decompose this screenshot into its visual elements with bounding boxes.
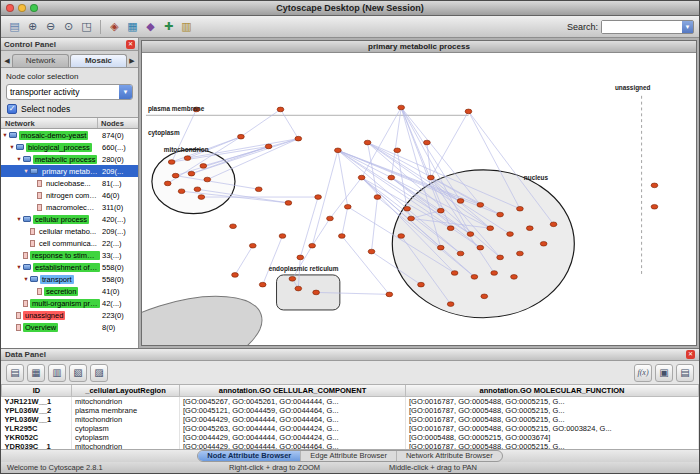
expand-arrow-icon[interactable]: ▼ xyxy=(15,156,23,162)
table-row[interactable]: YPL036W__1mitochondrion[GO:0044429, GO:0… xyxy=(2,415,699,424)
delete-attribute-icon[interactable]: ▨ xyxy=(90,364,108,382)
expand-arrow-icon[interactable]: ▼ xyxy=(15,216,23,222)
tree-row[interactable]: nitrogen compo...46(0) xyxy=(1,189,138,201)
search-dropdown-icon[interactable]: ▼ xyxy=(682,21,693,33)
expand-arrow-icon[interactable]: ▼ xyxy=(1,132,9,138)
tree-row[interactable]: Overview8(0) xyxy=(1,321,138,333)
network-node[interactable] xyxy=(259,282,266,287)
network-node[interactable] xyxy=(204,177,211,182)
network-node[interactable] xyxy=(651,183,658,188)
network-node[interactable] xyxy=(338,234,345,239)
table-row[interactable]: YKR052Ccytoplasm[GO:0044429, GO:0044444,… xyxy=(2,433,699,442)
network-node[interactable] xyxy=(374,195,381,200)
network-node[interactable] xyxy=(178,189,185,194)
expand-arrow-icon[interactable]: ▼ xyxy=(22,276,30,282)
zoom-window-button[interactable] xyxy=(30,4,38,12)
network-node[interactable] xyxy=(255,187,262,192)
network-node[interactable] xyxy=(471,275,478,280)
tree-row[interactable]: ▼cellular process420(...) xyxy=(1,213,138,225)
tab-node-attribute-browser[interactable]: Node Attribute Browser xyxy=(198,451,301,461)
tab-scroll-right-icon[interactable]: ▶ xyxy=(128,57,136,67)
network-node[interactable] xyxy=(313,290,320,295)
tab-network[interactable]: Network xyxy=(12,54,69,67)
network-node[interactable] xyxy=(335,148,342,153)
function-builder-icon[interactable]: f(x) xyxy=(634,364,652,382)
network-overview-icon[interactable]: ◈ xyxy=(106,18,123,35)
tree-row[interactable]: ▼mosaic-demo-yeast874(0) xyxy=(1,129,138,141)
matrix-icon[interactable]: ▧ xyxy=(69,364,87,382)
close-window-button[interactable] xyxy=(6,4,14,12)
node-color-dropdown[interactable]: transporter activity ▼ xyxy=(6,84,133,100)
network-node[interactable] xyxy=(428,175,435,180)
network-node[interactable] xyxy=(497,255,504,260)
network-node[interactable] xyxy=(285,201,292,206)
network-node[interactable] xyxy=(364,140,371,145)
network-node[interactable] xyxy=(344,204,351,209)
network-node[interactable] xyxy=(295,286,302,291)
network-node[interactable] xyxy=(394,148,401,153)
attribute-column-header[interactable]: ID xyxy=(2,385,72,397)
vizmapper-icon[interactable]: ◆ xyxy=(142,18,159,35)
network-graph[interactable]: plasma membranecytoplasmmitochondrionnuc… xyxy=(142,53,696,345)
network-node[interactable] xyxy=(198,195,205,200)
network-node[interactable] xyxy=(447,302,454,307)
network-node[interactable] xyxy=(277,107,284,112)
network-node[interactable] xyxy=(451,271,458,276)
network-node[interactable] xyxy=(517,206,524,211)
network-node[interactable] xyxy=(491,271,498,276)
tree-row[interactable]: cell communica...22(...) xyxy=(1,237,138,249)
network-node[interactable] xyxy=(289,276,296,281)
attribute-batch-icon[interactable]: ▥ xyxy=(48,364,66,382)
network-node[interactable] xyxy=(386,292,393,297)
table-row[interactable]: YLR295Ccytoplasm[GO:0045263, GO:0044444,… xyxy=(2,424,699,433)
attribute-column-header[interactable]: annotation.GO CELLULAR_COMPONENT xyxy=(180,385,406,397)
tab-network-attribute-browser[interactable]: Network Attribute Browser xyxy=(397,451,502,461)
network-node[interactable] xyxy=(437,245,444,250)
network-node[interactable] xyxy=(172,173,179,178)
layout-icon[interactable]: ✚ xyxy=(160,18,177,35)
network-node[interactable] xyxy=(230,224,237,229)
create-attribute-icon[interactable]: ▦ xyxy=(27,364,45,382)
tree-row[interactable]: response to stimul...33(...) xyxy=(1,249,138,261)
expand-arrow-icon[interactable]: ▼ xyxy=(22,168,30,174)
zoom-selected-icon[interactable]: ⊙ xyxy=(60,18,77,35)
tree-row[interactable]: multi-organism pro...42(...) xyxy=(1,297,138,309)
expand-arrow-icon[interactable]: ▼ xyxy=(8,144,16,150)
network-node[interactable] xyxy=(188,171,195,176)
tree-row[interactable]: unassigned223(0) xyxy=(1,309,138,321)
table-row[interactable]: YDR039C__1mitochondrion[GO:0044429, GO:0… xyxy=(2,442,699,449)
network-node[interactable] xyxy=(447,226,454,231)
tree-row[interactable]: ▼transport558(0) xyxy=(1,273,138,285)
attribute-column-header[interactable]: _cellularLayoutRegion xyxy=(72,385,180,397)
tree-row[interactable]: ▼primary metabo...209(... xyxy=(1,165,138,177)
network-node[interactable] xyxy=(194,187,201,192)
expand-arrow-icon[interactable]: ▼ xyxy=(15,264,23,270)
network-node[interactable] xyxy=(297,255,304,260)
network-node[interactable] xyxy=(540,241,547,246)
attribute-select-icon[interactable]: ▤ xyxy=(6,364,24,382)
network-node[interactable] xyxy=(315,195,322,200)
network-node[interactable] xyxy=(279,234,286,239)
attribute-column-header[interactable]: annotation.GO MOLECULAR_FUNCTION xyxy=(406,385,699,397)
network-node[interactable] xyxy=(232,273,239,278)
network-node[interactable] xyxy=(327,216,334,221)
network-node[interactable] xyxy=(398,234,405,239)
tree-row[interactable]: ▼establishment of lo...558(0) xyxy=(1,261,138,273)
network-node[interactable] xyxy=(424,140,431,145)
panel-close-icon[interactable]: ✕ xyxy=(126,40,135,49)
network-node[interactable] xyxy=(249,243,256,248)
network-node[interactable] xyxy=(465,109,472,114)
network-node[interactable] xyxy=(497,212,504,217)
network-node[interactable] xyxy=(358,175,365,180)
browse-folder-icon[interactable]: ▤ xyxy=(676,364,694,382)
network-node[interactable] xyxy=(388,175,395,180)
network-node[interactable] xyxy=(368,249,375,254)
network-node[interactable] xyxy=(408,216,415,221)
tree-row[interactable]: cellular metabo...209(...) xyxy=(1,225,138,237)
network-node[interactable] xyxy=(517,251,524,256)
network-node[interactable] xyxy=(487,226,494,231)
network-node[interactable] xyxy=(477,245,484,250)
network-node[interactable] xyxy=(481,294,488,299)
network-node[interactable] xyxy=(477,203,484,208)
tree-row[interactable]: macromolecule...311(0) xyxy=(1,201,138,213)
